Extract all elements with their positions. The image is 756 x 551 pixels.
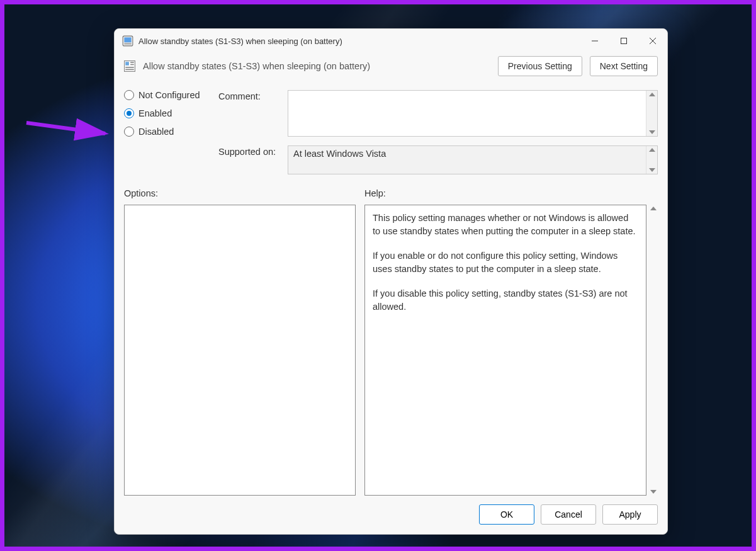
- help-text: If you disable this policy setting, stan…: [373, 287, 638, 314]
- help-text: This policy setting manages whether or n…: [373, 212, 638, 238]
- scroll-down-icon[interactable]: [650, 490, 657, 494]
- policy-name: Allow standby states (S1-S3) when sleepi…: [143, 61, 490, 71]
- svg-rect-13: [125, 67, 134, 68]
- scroll-up-icon[interactable]: [649, 93, 655, 96]
- ok-button[interactable]: OK: [479, 504, 534, 525]
- previous-setting-button[interactable]: Previous Setting: [498, 56, 582, 76]
- next-setting-button[interactable]: Next Setting: [590, 56, 658, 76]
- desktop-wallpaper: Allow standby states (S1-S3) when sleepi…: [4, 4, 752, 547]
- radio-label: Not Configured: [138, 90, 200, 100]
- svg-rect-6: [621, 38, 627, 44]
- supported-on-box: At least Windows Vista: [288, 145, 658, 174]
- close-button[interactable]: [638, 29, 667, 53]
- svg-rect-3: [124, 37, 131, 42]
- supported-on-text: At least Windows Vista: [288, 146, 646, 174]
- scroll-up-icon[interactable]: [649, 148, 655, 152]
- svg-rect-10: [125, 62, 129, 65]
- radio-icon: [124, 127, 134, 137]
- options-panel: [124, 205, 356, 496]
- policy-header: Allow standby states (S1-S3) when sleepi…: [115, 53, 667, 84]
- scroll-down-icon[interactable]: [649, 130, 655, 134]
- policy-icon: [122, 35, 133, 47]
- scroll-down-icon[interactable]: [649, 168, 655, 172]
- minimize-button[interactable]: [580, 29, 609, 53]
- options-label: Options:: [124, 188, 364, 198]
- comment-scrollbar: [646, 91, 657, 136]
- radio-icon: [124, 108, 134, 118]
- svg-rect-11: [130, 62, 134, 63]
- help-scrollbar: [646, 205, 658, 496]
- dialog-buttons: OK Cancel Apply: [124, 496, 658, 525]
- svg-rect-14: [125, 69, 134, 71]
- annotation-arrow-icon: [23, 105, 111, 143]
- window-title: Allow standby states (S1-S3) when sleepi…: [138, 37, 580, 46]
- policy-setting-icon: [124, 60, 135, 72]
- help-panel: This policy setting manages whether or n…: [364, 205, 646, 496]
- comment-input[interactable]: [288, 91, 646, 136]
- svg-rect-12: [130, 64, 134, 65]
- radio-label: Enabled: [138, 108, 172, 118]
- radio-icon: [124, 90, 134, 100]
- help-label: Help:: [364, 188, 386, 198]
- help-text: If you enable or do not configure this p…: [373, 249, 638, 276]
- comment-label: Comment:: [218, 90, 288, 101]
- radio-not-configured[interactable]: Not Configured: [124, 90, 218, 100]
- state-radio-group: Not Configured Enabled Disabled: [124, 90, 218, 174]
- svg-line-1: [26, 123, 105, 133]
- cancel-button[interactable]: Cancel: [541, 504, 596, 525]
- radio-enabled[interactable]: Enabled: [124, 108, 218, 118]
- radio-label: Disabled: [138, 127, 174, 137]
- comment-box: [288, 90, 658, 137]
- policy-editor-window: Allow standby states (S1-S3) when sleepi…: [114, 28, 668, 535]
- supported-label: Supported on:: [218, 145, 288, 157]
- maximize-button[interactable]: [609, 29, 638, 53]
- apply-button[interactable]: Apply: [602, 504, 658, 525]
- titlebar: Allow standby states (S1-S3) when sleepi…: [115, 29, 667, 53]
- svg-rect-4: [124, 43, 131, 44]
- supported-scrollbar: [646, 146, 657, 174]
- radio-disabled[interactable]: Disabled: [124, 127, 218, 137]
- scroll-up-icon[interactable]: [650, 207, 657, 210]
